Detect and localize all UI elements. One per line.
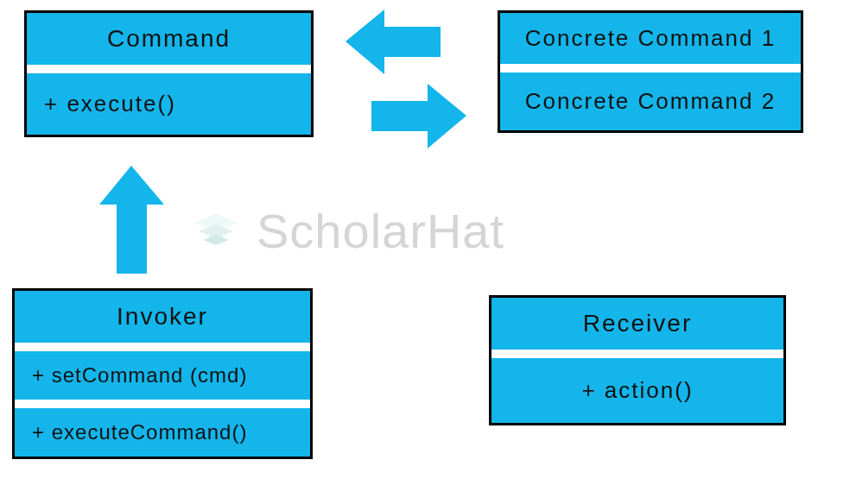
arrow-up-icon (95, 166, 168, 281)
concrete-command-2: Concrete Command 2 (500, 72, 801, 130)
invoker-title: Invoker (15, 291, 310, 343)
concrete-command-box: Concrete Command 1 Concrete Command 2 (498, 10, 803, 133)
watermark-text: ScholarHat (257, 203, 504, 259)
divider (500, 64, 801, 72)
receiver-class-box: Receiver + action() (489, 295, 786, 425)
arrow-left-icon (346, 5, 449, 82)
command-class-box: Command + execute() (24, 10, 314, 137)
watermark: ScholarHat (186, 203, 504, 259)
receiver-title: Receiver (491, 298, 783, 350)
invoker-class-box: Invoker + setCommand (cmd) + executeComm… (12, 288, 313, 459)
concrete-command-1: Concrete Command 1 (500, 13, 801, 64)
command-method: + execute() (27, 73, 311, 135)
divider (27, 65, 311, 73)
command-title: Command (27, 13, 311, 65)
divider (15, 400, 310, 408)
invoker-method-2: + executeCommand() (15, 408, 310, 457)
invoker-method-1: + setCommand (cmd) (15, 351, 310, 400)
receiver-method: + action() (491, 358, 783, 423)
arrow-right-icon (363, 79, 466, 156)
divider (15, 343, 310, 351)
watermark-logo-icon (186, 205, 246, 257)
divider (491, 350, 783, 358)
